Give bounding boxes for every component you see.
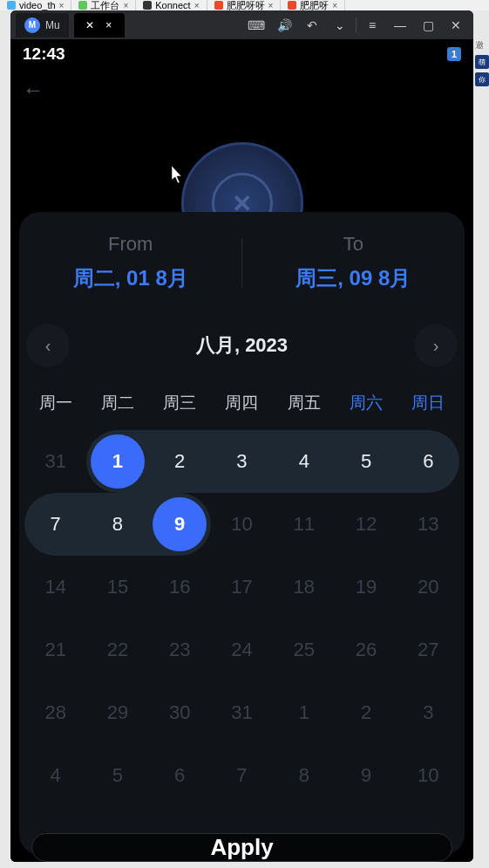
day-number: 7: [236, 764, 247, 787]
calendar-day[interactable]: 5: [86, 744, 148, 807]
day-number: 23: [169, 639, 190, 661]
day-number: 29: [107, 701, 128, 724]
calendar-day[interactable]: 3: [397, 681, 459, 744]
day-number: 24: [231, 639, 252, 661]
tab-close-icon[interactable]: ×: [59, 1, 65, 10]
apply-button[interactable]: Apply: [31, 833, 452, 862]
calendar-day[interactable]: 23: [149, 619, 211, 681]
calendar-day[interactable]: 25: [273, 619, 335, 681]
day-number: 5: [361, 450, 371, 473]
calendar-day[interactable]: 13: [397, 493, 459, 556]
to-date-column[interactable]: To 周三, 09 8月: [242, 233, 465, 292]
prev-month-button[interactable]: ‹: [26, 324, 70, 367]
calendar-day[interactable]: 8: [86, 493, 148, 556]
day-number: 9: [174, 513, 185, 536]
maximize-icon[interactable]: ▢: [416, 14, 440, 37]
calendar-day[interactable]: 2: [335, 681, 397, 744]
browser-tab[interactable]: 肥肥呀×: [281, 0, 345, 10]
day-number: 6: [174, 764, 185, 787]
emulator-tab-main[interactable]: M Mu: [16, 13, 69, 38]
calendar-day[interactable]: 9: [335, 744, 397, 807]
day-number: 31: [231, 701, 252, 724]
status-bar: 12:43 1: [10, 39, 473, 69]
day-number: 8: [112, 513, 123, 536]
browser-tab[interactable]: 肥肥呀呀×: [207, 0, 282, 10]
calendar-day[interactable]: 7: [211, 744, 273, 807]
browser-tab[interactable]: video_th×: [0, 0, 71, 10]
calendar-day[interactable]: 9: [149, 493, 211, 556]
day-number: 20: [418, 576, 438, 598]
calendar-day[interactable]: 24: [211, 619, 273, 681]
calendar-day[interactable]: 2: [149, 430, 211, 493]
app-icon: M: [24, 17, 40, 33]
tab-close-icon[interactable]: ×: [123, 1, 128, 10]
calendar-day[interactable]: 29: [86, 681, 148, 744]
calendar-day[interactable]: 19: [335, 556, 397, 619]
day-number: 6: [423, 450, 433, 473]
calendar-day[interactable]: 4: [273, 430, 335, 493]
menu-icon[interactable]: ≡: [360, 14, 384, 37]
minimize-icon[interactable]: —: [388, 14, 412, 37]
chevron-down-icon[interactable]: ⌄: [328, 14, 352, 37]
back-arrow-icon[interactable]: ←: [23, 78, 44, 102]
calendar-day[interactable]: 10: [397, 744, 459, 807]
calendar-day[interactable]: 15: [86, 556, 148, 619]
tab-close-icon[interactable]: ×: [194, 1, 200, 10]
browser-tab[interactable]: 工作台×: [71, 0, 136, 10]
tab-label: Konnect: [155, 0, 190, 10]
calendar-day[interactable]: 8: [273, 744, 335, 807]
calendar-day[interactable]: 4: [24, 744, 86, 807]
browser-tab-strip: video_th×工作台×Konnect×肥肥呀呀×肥肥呀×: [0, 0, 489, 10]
day-number: 30: [169, 701, 190, 724]
calendar-day[interactable]: 30: [149, 681, 211, 744]
emulator-tab-active[interactable]: ✕ ×: [74, 13, 125, 38]
notification-badge[interactable]: 1: [447, 47, 461, 61]
calendar-day[interactable]: 1: [273, 681, 335, 744]
calendar-day[interactable]: 6: [149, 744, 211, 807]
calendar-day[interactable]: 1: [86, 430, 148, 493]
favicon-icon: [7, 1, 16, 10]
day-of-week-header: 周五: [273, 385, 335, 430]
calendar-day[interactable]: 16: [149, 556, 211, 619]
calendar-grid: 周一周二周三周四周五周六周日31123456789101112131415161…: [19, 385, 465, 807]
browser-tab[interactable]: Konnect×: [136, 0, 207, 10]
from-date-column[interactable]: From 周二, 01 8月: [19, 233, 242, 292]
calendar-day[interactable]: 14: [24, 556, 86, 619]
calendar-day[interactable]: 11: [273, 493, 335, 556]
calendar-day[interactable]: 28: [24, 681, 86, 744]
keyboard-icon[interactable]: ⌨: [244, 14, 268, 37]
close-window-icon[interactable]: ✕: [444, 14, 468, 37]
calendar-day[interactable]: 7: [24, 493, 86, 556]
right-side-strip: 邀 萌 你: [475, 39, 489, 126]
calendar-day[interactable]: 5: [335, 430, 397, 493]
calendar-day[interactable]: 27: [397, 619, 459, 681]
calendar-day[interactable]: 18: [273, 556, 335, 619]
day-number: 3: [423, 701, 433, 724]
app-tab-label: Mu: [45, 19, 60, 31]
from-label: From: [19, 233, 242, 256]
calendar-day[interactable]: 31: [211, 681, 273, 744]
x-icon: ✕: [83, 18, 97, 32]
speaker-icon[interactable]: 🔊: [272, 14, 296, 37]
calendar-day[interactable]: 22: [86, 619, 148, 681]
calendar-day[interactable]: 10: [211, 493, 273, 556]
close-icon[interactable]: ×: [102, 18, 116, 32]
calendar-day[interactable]: 31: [24, 430, 86, 493]
day-number: 3: [236, 450, 247, 473]
tab-close-icon[interactable]: ×: [332, 1, 337, 10]
calendar-day[interactable]: 12: [335, 493, 397, 556]
day-number: 31: [44, 450, 65, 473]
undo-icon[interactable]: ↶: [300, 14, 324, 37]
next-month-button[interactable]: ›: [414, 324, 458, 367]
calendar-day[interactable]: 6: [397, 430, 459, 493]
day-number: 16: [169, 576, 190, 598]
calendar-day[interactable]: 20: [397, 556, 459, 619]
day-number: 25: [294, 639, 315, 661]
tab-close-icon[interactable]: ×: [268, 1, 274, 10]
calendar-day[interactable]: 17: [211, 556, 273, 619]
calendar-day[interactable]: 21: [24, 619, 86, 681]
mouse-cursor-icon: [172, 166, 186, 185]
date-picker-sheet: From 周二, 01 8月 To 周三, 09 8月 ‹ 八月, 2023 ›…: [19, 212, 465, 855]
calendar-day[interactable]: 3: [211, 430, 273, 493]
calendar-day[interactable]: 26: [335, 619, 397, 681]
